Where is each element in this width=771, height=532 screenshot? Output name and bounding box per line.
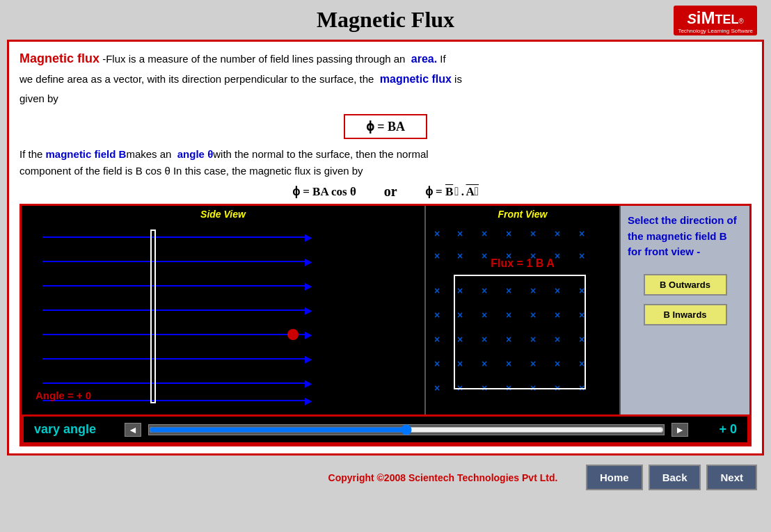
logo-s: S	[687, 11, 696, 27]
field-line-6	[42, 358, 307, 360]
x-29: ×	[434, 334, 440, 345]
slider-row: vary angle ◄ ► + 0	[22, 414, 749, 444]
slider-track[interactable]	[148, 424, 665, 435]
x-22: ×	[434, 309, 440, 321]
nav-buttons: Home Back Next	[586, 465, 757, 490]
term-area: area.	[411, 53, 437, 65]
b-inwards-button[interactable]: B Inwards	[644, 304, 727, 325]
intro-text: Magnetic flux -Flux is a measure of the …	[19, 49, 752, 107]
field-line-5	[42, 334, 307, 335]
field-line-7	[42, 382, 307, 384]
logo-reg: ®	[739, 17, 744, 25]
select-direction-text: Select the direction of the magnetic fie…	[628, 213, 742, 260]
vary-angle-label: vary angle	[34, 422, 118, 437]
field-lines	[22, 223, 424, 412]
simulation-area: Side View	[19, 204, 752, 446]
side-view: Side View	[22, 206, 426, 414]
main-box: Magnetic flux -Flux is a measure of the …	[7, 40, 764, 456]
x-36: ×	[434, 358, 440, 369]
formula-2: ϕ = BA cos θ	[292, 184, 356, 199]
term-magnetic-flux: Magnetic flux	[19, 51, 100, 65]
term-magnetic-flux-blue: magnetic flux	[380, 73, 452, 85]
term-B: magnetic field B	[46, 148, 127, 160]
logo-tel: TEL	[715, 13, 739, 27]
x-11: ×	[506, 250, 511, 261]
back-button[interactable]: Back	[649, 465, 701, 490]
makes-an: makes an	[126, 148, 171, 160]
formula-box-1: ϕ = BA	[344, 114, 427, 139]
x-7: ×	[579, 228, 585, 239]
x-2: ×	[457, 228, 463, 239]
sim-views: Side View	[22, 206, 749, 414]
angle-rest: with the normal to the surface, then the…	[213, 148, 428, 160]
x-15: ×	[434, 285, 440, 296]
x-12: ×	[530, 250, 536, 261]
formula-row: ϕ = BA cos θ or ϕ = B⃗ . A⃗	[19, 184, 752, 200]
x-6: ×	[555, 228, 560, 239]
coil-rect	[150, 229, 156, 403]
logo-tagline: Technology Learning Software	[678, 28, 753, 34]
x-43: ×	[434, 382, 440, 394]
x-14: ×	[579, 250, 585, 261]
is-text: is	[454, 73, 462, 85]
next-button[interactable]: Next	[706, 465, 757, 490]
front-view-content: Flux = 1 B A × × × × × × × × × ×	[426, 223, 619, 412]
component-text: component of the field is B cos θ In thi…	[19, 163, 752, 179]
x-3: ×	[482, 228, 487, 239]
side-view-label: Side View	[22, 206, 424, 223]
side-view-content: Angle = + 0	[22, 223, 424, 412]
field-line-3	[42, 285, 307, 287]
front-view: Front View Flux = 1 B A × × × × × × ×	[426, 206, 621, 414]
slider-right-arrow[interactable]: ►	[671, 423, 688, 437]
slider-left-arrow[interactable]: ◄	[125, 423, 141, 437]
home-button[interactable]: Home	[586, 465, 643, 490]
field-line-1	[42, 236, 307, 238]
front-view-label: Front View	[426, 206, 619, 223]
angle-label: Angle = + 0	[35, 389, 91, 401]
formula-center: ϕ = BA	[19, 110, 752, 143]
term-angle: angle θ	[177, 148, 213, 160]
header: Magnetic Flux S iM TEL ® Technology Lear…	[0, 0, 771, 36]
coil-front	[454, 275, 586, 389]
slider-value: + 0	[695, 422, 737, 437]
side-panel: Select the direction of the magnetic fie…	[621, 206, 749, 414]
x-4: ×	[506, 228, 511, 239]
area-cont: If	[440, 53, 445, 65]
formula-3: ϕ = B⃗ . A⃗	[425, 184, 479, 199]
page-title: Magnetic Flux	[317, 7, 454, 33]
x-10: ×	[482, 250, 487, 261]
x-13: ×	[555, 250, 560, 261]
b-outwards-button[interactable]: B Outwards	[644, 274, 727, 296]
field-line-4	[42, 309, 307, 311]
angle-slider[interactable]	[149, 424, 664, 435]
field-line-2	[42, 261, 307, 262]
x-9: ×	[457, 250, 463, 261]
x-1: ×	[434, 228, 440, 239]
x-5: ×	[530, 228, 536, 239]
logo: S iM TEL ® Technology Learning Software	[674, 6, 757, 35]
angle-intro: If the	[19, 148, 42, 160]
intro-line2a: we define area as a vector, with its dir…	[19, 73, 374, 85]
intro-dash: -	[100, 53, 106, 65]
bottom-bar: Copyright ©2008 Scientech Technologies P…	[0, 459, 771, 496]
intro-text1: Flux is a measure of the number of field…	[106, 53, 405, 65]
angle-intro-text: If the magnetic field Bmakes an angle θw…	[19, 146, 752, 179]
x-8: ×	[434, 250, 440, 261]
logo-im: iM	[697, 8, 715, 28]
copyright: Copyright ©2008 Scientech Technologies P…	[300, 472, 586, 483]
or-text: or	[384, 184, 397, 200]
